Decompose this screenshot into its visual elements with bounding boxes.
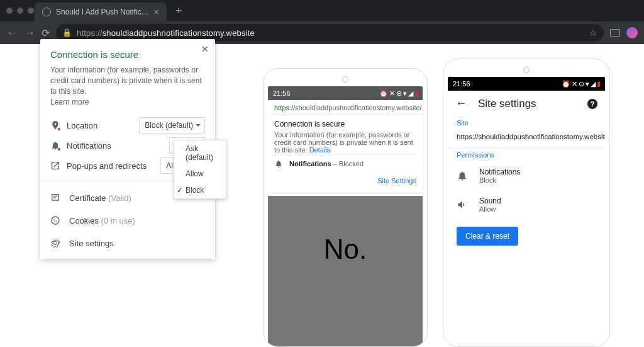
- new-tab-button[interactable]: +: [175, 4, 182, 18]
- popups-select-menu[interactable]: Ask (default) Allow Block: [174, 140, 226, 199]
- close-popup-icon[interactable]: ✕: [201, 44, 209, 54]
- svg-point-0: [52, 217, 59, 224]
- option-block[interactable]: Block: [174, 182, 226, 198]
- status-bar: 21:56 ⏰✕⊝▾◢▮: [268, 86, 423, 100]
- option-allow[interactable]: Allow: [174, 166, 226, 182]
- back-icon[interactable]: ←: [455, 97, 467, 110]
- bell-icon: [457, 170, 468, 181]
- permission-label: Pop-ups and redirects: [67, 161, 154, 171]
- phone-mockup-2: 21:56 ⏰✕⊝▾◢▮ ← Site settings ? Site http…: [443, 59, 610, 347]
- svg-point-1: [53, 219, 55, 220]
- speaker-icon: [457, 199, 468, 210]
- section-permissions: Permissions: [448, 149, 605, 161]
- browser-window: Should I Add Push Notification × + ← → ⟳…: [0, 0, 644, 347]
- permission-label: Location: [67, 121, 133, 130]
- phone-speaker: [523, 67, 530, 73]
- site-settings-link[interactable]: Site Settings: [274, 173, 416, 191]
- sec-title: Connection is secure: [274, 120, 416, 128]
- site-settings-link[interactable]: Site settings: [50, 232, 205, 254]
- close-icon[interactable]: ×: [154, 7, 159, 17]
- profile-avatar[interactable]: [626, 27, 638, 38]
- globe-icon: [42, 8, 51, 16]
- mobile-notifications-row[interactable]: Notifications – Blocked: [274, 154, 416, 173]
- viewport: ✕ Connection is secure Your information …: [0, 44, 644, 347]
- help-icon[interactable]: ?: [587, 99, 597, 109]
- phone-speaker: [342, 76, 348, 82]
- url-text: https://shouldiaddpushnotificationstomy.…: [77, 28, 255, 38]
- permission-notifications[interactable]: NotificationsBlock: [448, 161, 605, 190]
- status-time: 21:56: [453, 80, 470, 88]
- mobile-security-sheet: Connection is secure Your information (f…: [268, 115, 423, 196]
- page-content: No.: [268, 196, 423, 347]
- location-select[interactable]: Block (default): [139, 117, 205, 134]
- details-link[interactable]: Details: [309, 146, 331, 154]
- lock-icon[interactable]: 🔒: [62, 28, 72, 37]
- bell-icon: [50, 140, 60, 151]
- status-time: 21:56: [273, 89, 291, 97]
- bell-icon: [274, 159, 283, 168]
- forward-button[interactable]: →: [24, 26, 35, 40]
- dot-close[interactable]: [6, 8, 13, 14]
- permission-label: Notifications: [67, 141, 163, 151]
- cookie-icon: [50, 215, 60, 225]
- certificate-icon: [50, 193, 60, 203]
- option-ask[interactable]: Ask (default): [174, 140, 226, 166]
- status-icons: ⏰✕⊝▾◢▮: [562, 80, 600, 88]
- svg-point-2: [56, 221, 57, 222]
- dot-maximize[interactable]: [28, 8, 34, 14]
- status-bar: 21:56 ⏰✕⊝▾◢▮: [448, 77, 605, 91]
- section-site: Site: [448, 117, 605, 129]
- svg-point-3: [54, 222, 55, 222]
- back-button[interactable]: ←: [6, 26, 18, 40]
- window-controls[interactable]: [6, 8, 34, 14]
- app-bar: ← Site settings ?: [448, 91, 605, 117]
- permission-location: Location Block (default): [50, 115, 205, 135]
- popup-icon: [50, 161, 60, 171]
- phone-mockup-1: 21:56 ⏰✕⊝▾◢▮ https://shouldiaddpushnotif…: [263, 68, 428, 347]
- appbar-title: Site settings: [478, 98, 576, 110]
- cookies-link[interactable]: Cookies (0 in use): [50, 209, 205, 232]
- browser-tab[interactable]: Should I Add Push Notification ×: [35, 3, 167, 21]
- popup-description: Your information (for example, passwords…: [50, 65, 205, 96]
- location-icon: [50, 120, 60, 130]
- chevron-down-icon: [196, 124, 201, 127]
- page-heading: No.: [324, 234, 367, 265]
- status-icons: ⏰✕⊝▾◢▮: [379, 89, 418, 98]
- learn-more-link[interactable]: Learn more: [50, 98, 205, 106]
- site-url: https://shouldiaddpushnotificationstomy.…: [448, 129, 605, 149]
- popup-title: Connection is secure: [50, 49, 205, 60]
- dot-minimize[interactable]: [17, 8, 23, 14]
- mobile-url: https://shouldiaddpushnotificationstomy.…: [268, 100, 423, 115]
- tab-title: Should I Add Push Notification: [56, 8, 149, 16]
- clear-reset-button[interactable]: Clear & reset: [457, 227, 518, 246]
- tab-strip: Should I Add Push Notification × +: [0, 0, 644, 21]
- permission-sound[interactable]: SoundAllow: [448, 190, 605, 219]
- bookmark-star-icon[interactable]: ☆: [589, 28, 597, 38]
- cast-icon[interactable]: [610, 29, 620, 37]
- gear-icon: [50, 238, 60, 248]
- reload-button[interactable]: ⟳: [42, 27, 50, 39]
